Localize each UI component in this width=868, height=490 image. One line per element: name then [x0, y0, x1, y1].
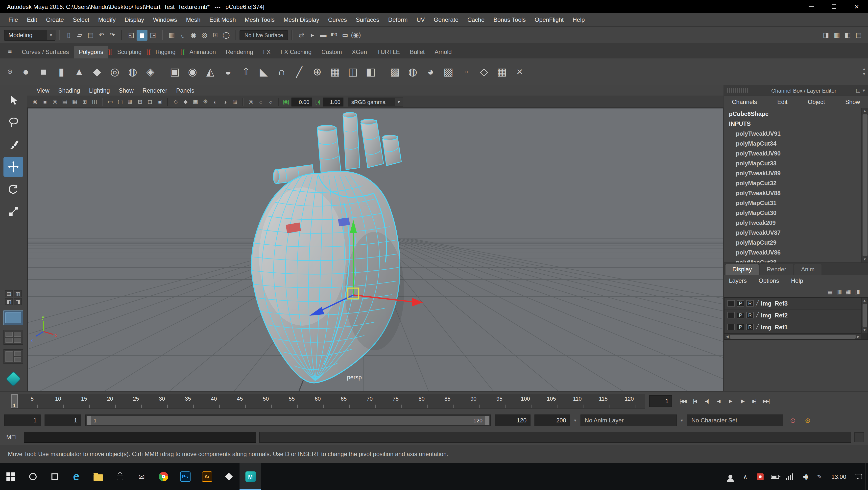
layer-editor-menu-item[interactable]: Help — [791, 277, 803, 284]
layout-uv-icon[interactable]: ▦ — [493, 63, 510, 80]
go-to-playback-start-button[interactable]: |◀◀ — [677, 395, 689, 408]
open-scene-icon[interactable]: ▱ — [74, 29, 85, 40]
character-set-field[interactable]: No Character Set — [687, 414, 783, 426]
poly-cone-icon[interactable]: ▲ — [71, 63, 88, 80]
toggle-channel-box-icon[interactable]: ▤ — [853, 29, 864, 40]
scrollbar-thumb[interactable] — [862, 114, 867, 256]
menu-item[interactable]: Windows — [149, 16, 181, 23]
bridge-icon[interactable]: ∩ — [273, 63, 290, 80]
menu-item[interactable]: Edit — [23, 16, 41, 23]
select-component-icon[interactable]: ◳ — [148, 29, 158, 40]
layer-row[interactable]: P R ╱ Img_Ref1 — [724, 321, 861, 333]
scrollbar-thumb[interactable] — [730, 335, 856, 339]
unfold-uv-icon[interactable]: ◇ — [475, 63, 492, 80]
layer-row[interactable]: P R ╱ Img_Ref2 — [724, 310, 861, 321]
2d-pan-zoom-icon[interactable]: ⊞ — [80, 97, 89, 106]
save-scene-icon[interactable]: ▤ — [85, 29, 96, 40]
maya-taskbar-icon[interactable]: M — [240, 463, 261, 490]
shelf-scroll-down-icon[interactable]: ▼ — [862, 71, 866, 77]
panel-menu-item[interactable]: Panels — [172, 87, 199, 94]
wireframe-display-icon[interactable]: ◇ — [171, 97, 180, 106]
illustrator-icon[interactable]: Ai — [196, 463, 218, 490]
platonic-solid-icon[interactable]: ◈ — [142, 63, 159, 80]
poly-cube-icon[interactable]: ■ — [35, 63, 52, 80]
start-button[interactable] — [0, 463, 22, 490]
rotate-tool-button[interactable] — [3, 179, 23, 199]
file-explorer-icon[interactable] — [87, 463, 109, 490]
channel-input-item[interactable]: polyMapCut28 — [729, 258, 868, 262]
layer-list-hscrollbar[interactable]: ◀ ▶ — [724, 333, 861, 339]
play-backwards-button[interactable]: ◀ — [713, 395, 724, 408]
range-slider-bar[interactable]: 1 120 — [87, 416, 489, 425]
edge-icon[interactable]: e — [65, 463, 87, 490]
shelf-tab-rigging[interactable]: Rigging — [150, 46, 180, 58]
tab-render[interactable]: Render — [760, 264, 793, 275]
panel-header[interactable]: Channel Box / Layer Editor ◱▾ — [724, 85, 868, 96]
create-layer-from-selected-icon[interactable]: ▦ — [845, 288, 851, 295]
shelf-scroll-up-icon[interactable]: ▲ — [862, 67, 866, 71]
layer-display-type-toggle[interactable]: R — [746, 312, 754, 318]
channel-input-item[interactable]: polyMapCut30 — [729, 208, 868, 218]
chrome-icon[interactable] — [152, 463, 174, 490]
extrude-icon[interactable]: ⇧ — [238, 63, 254, 80]
ipr-render-icon[interactable]: IPR — [329, 29, 340, 40]
anti-aliasing-icon[interactable]: ▨ — [230, 97, 240, 106]
channel-input-item[interactable]: polyTweakUV86 — [729, 248, 868, 258]
action-center-icon[interactable] — [851, 463, 866, 490]
shadows-icon[interactable]: ◐ — [211, 97, 220, 106]
store-icon[interactable] — [109, 463, 131, 490]
redo-icon[interactable]: ↷ — [107, 29, 118, 40]
step-back-one-frame-button[interactable]: |◀ — [689, 395, 701, 408]
scroll-down-icon[interactable]: ▼ — [863, 328, 866, 333]
textured-display-icon[interactable]: ▩ — [191, 97, 200, 106]
exposure-field[interactable]: 0.00 — [292, 97, 312, 106]
go-to-playback-end-button[interactable]: ▶▶| — [760, 395, 772, 408]
film-gate-icon[interactable]: ▭ — [106, 97, 115, 106]
channel-input-item[interactable]: polyTweakUV88 — [729, 188, 868, 198]
separate-icon[interactable]: ◭ — [202, 63, 219, 80]
scroll-up-icon[interactable]: ▲ — [863, 109, 867, 113]
manipulator-x-arrowhead[interactable] — [412, 298, 423, 306]
panel-menu-item[interactable]: View — [32, 87, 54, 94]
menu-item[interactable]: Select — [68, 16, 94, 23]
shelf-tab-xgen[interactable]: XGen — [347, 46, 372, 58]
insert-edge-loop-icon[interactable]: ◫ — [344, 63, 361, 80]
chevron-up-icon[interactable]: ∧ — [738, 463, 753, 490]
pen-icon[interactable]: ✎ — [812, 463, 827, 490]
auto-keyframe-icon[interactable]: ⊙ — [787, 415, 798, 426]
graph-pane-icon[interactable]: ▥ — [14, 290, 22, 297]
panel-menu-item[interactable]: Renderer — [138, 87, 172, 94]
menu-item[interactable]: Generate — [429, 16, 463, 23]
exposure-icon[interactable]: [◉] — [282, 97, 290, 106]
menu-item[interactable]: Surfaces — [351, 16, 384, 23]
shelf-tab-sculpting[interactable]: Sculpting — [112, 46, 147, 58]
battery-icon[interactable] — [768, 463, 782, 490]
channel-input-item[interactable]: polyMapCut33 — [729, 158, 868, 168]
menu-item[interactable]: Mesh — [182, 16, 205, 23]
outliner-pane-icon[interactable]: ▤ — [5, 290, 13, 297]
layer-list-vscrollbar[interactable]: ▲ ▼ — [861, 298, 868, 333]
cylindrical-mapping-icon[interactable]: ◍ — [404, 63, 421, 80]
paint-selection-tool-button[interactable] — [3, 135, 23, 154]
viewport-3d[interactable]: y x z persp — [27, 108, 723, 391]
layer-name[interactable]: Img_Ref1 — [761, 324, 787, 330]
select-tool-button[interactable] — [3, 90, 23, 110]
create-layer-assign-selected-icon[interactable]: ▥ — [836, 288, 842, 295]
animation-start-field[interactable]: 1 — [4, 414, 40, 426]
shelf-tab-fx-caching[interactable]: FX Caching — [276, 46, 316, 58]
scroll-right-icon[interactable]: ▶ — [857, 334, 860, 339]
layer-color-icon[interactable]: ╱ — [756, 324, 759, 330]
lock-camera-icon[interactable]: ▣ — [40, 97, 50, 106]
channel-box-menu-item[interactable]: Channels — [732, 98, 757, 106]
gate-mask-icon[interactable]: ▩ — [126, 97, 134, 106]
select-object-icon[interactable]: ◼ — [136, 29, 148, 40]
layer-name[interactable]: Img_Ref2 — [761, 312, 787, 319]
title-bar[interactable]: Autodesk Maya 2016: C:\Users\Nandu\Deskt… — [0, 0, 868, 13]
channel-input-item[interactable]: polyMapCut29 — [729, 238, 868, 248]
lasso-tool-button[interactable] — [3, 112, 23, 132]
create-empty-layer-icon[interactable]: ▤ — [827, 288, 833, 295]
channel-input-item[interactable]: polyTweakUV89 — [729, 168, 868, 178]
snap-to-view-planes-icon[interactable]: ⊞ — [210, 29, 221, 40]
panel-grip-handle[interactable] — [727, 88, 749, 93]
menu-item[interactable]: UV — [412, 16, 429, 23]
